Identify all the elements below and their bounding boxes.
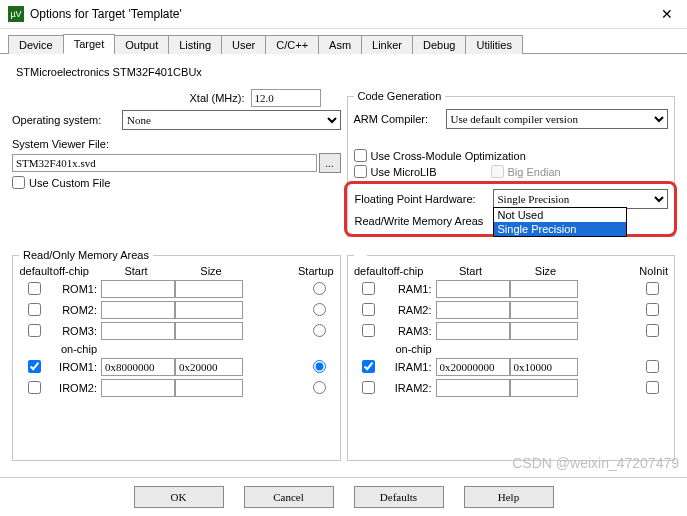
mem-default-check[interactable] bbox=[362, 360, 375, 373]
tab-device[interactable]: Device bbox=[8, 35, 64, 54]
microlib-check[interactable] bbox=[354, 165, 367, 178]
mem-start-input[interactable] bbox=[101, 358, 175, 376]
mem-name: IRAM1: bbox=[388, 361, 436, 373]
tab-linker[interactable]: Linker bbox=[361, 35, 413, 54]
mem-start-input[interactable] bbox=[101, 280, 175, 298]
mem-name: IROM1: bbox=[53, 361, 101, 373]
codegen-group: Code Generation ARM Compiler: Use defaul… bbox=[347, 90, 676, 237]
mem-start-input[interactable] bbox=[436, 280, 510, 298]
mem-noinit-check[interactable] bbox=[646, 360, 659, 373]
mem-name: ROM2: bbox=[53, 304, 101, 316]
rw-hdr-noinit: NoInit bbox=[582, 265, 669, 277]
tab-listing[interactable]: Listing bbox=[168, 35, 222, 54]
fph-dropdown-list[interactable]: Not Used Single Precision bbox=[493, 207, 627, 237]
mem-size-input[interactable] bbox=[175, 301, 243, 319]
mem-startup-radio[interactable] bbox=[313, 381, 326, 394]
mem-name: IROM2: bbox=[53, 382, 101, 394]
mem-default-check[interactable] bbox=[28, 360, 41, 373]
mem-default-check[interactable] bbox=[362, 303, 375, 316]
mem-size-input[interactable] bbox=[175, 322, 243, 340]
mem-size-input[interactable] bbox=[175, 379, 243, 397]
cancel-button[interactable]: Cancel bbox=[244, 486, 334, 508]
mem-startup-radio[interactable] bbox=[313, 303, 326, 316]
app-icon: µV bbox=[8, 6, 24, 22]
bigendian-check bbox=[491, 165, 504, 178]
mem-default-check[interactable] bbox=[28, 303, 41, 316]
mem-name: ROM1: bbox=[53, 283, 101, 295]
mem-row: ROM1: bbox=[19, 280, 334, 298]
mem-default-check[interactable] bbox=[362, 324, 375, 337]
use-custom-file-label: Use Custom File bbox=[29, 177, 110, 189]
mem-name: IRAM2: bbox=[388, 382, 436, 394]
rw-hdr-offchip: off-chip bbox=[388, 265, 432, 277]
mem-size-input[interactable] bbox=[510, 358, 578, 376]
mem-name: RAM1: bbox=[388, 283, 436, 295]
ro-hdr-onchip: on-chip bbox=[53, 343, 101, 355]
cross-module-check[interactable] bbox=[354, 149, 367, 162]
tab-debug[interactable]: Debug bbox=[412, 35, 466, 54]
fph-highlight: Floating Point Hardware: Single Precisio… bbox=[344, 181, 678, 237]
mem-noinit-check[interactable] bbox=[646, 282, 659, 295]
mem-start-input[interactable] bbox=[101, 379, 175, 397]
tab-target[interactable]: Target bbox=[63, 34, 116, 54]
sv-file-label: System Viewer File: bbox=[12, 138, 109, 150]
mem-size-input[interactable] bbox=[510, 379, 578, 397]
use-custom-file-check[interactable] bbox=[12, 176, 25, 189]
options-dialog: µV Options for Target 'Template' ✕ Devic… bbox=[0, 0, 687, 516]
os-select[interactable]: None bbox=[122, 110, 341, 130]
arm-compiler-select[interactable]: Use default compiler version bbox=[446, 109, 669, 129]
help-button[interactable]: Help bbox=[464, 486, 554, 508]
mem-start-input[interactable] bbox=[436, 322, 510, 340]
mem-startup-radio[interactable] bbox=[313, 282, 326, 295]
tab-utilities[interactable]: Utilities bbox=[465, 35, 522, 54]
close-icon[interactable]: ✕ bbox=[655, 6, 679, 22]
tab-asm[interactable]: Asm bbox=[318, 35, 362, 54]
rw-legend-overlay: Read/Write Memory Areas bbox=[355, 215, 484, 227]
mem-start-input[interactable] bbox=[101, 322, 175, 340]
tabstrip: DeviceTargetOutputListingUserC/C++AsmLin… bbox=[0, 29, 687, 54]
mem-row: RAM3: bbox=[354, 322, 669, 340]
mem-noinit-check[interactable] bbox=[646, 324, 659, 337]
mem-name: ROM3: bbox=[53, 325, 101, 337]
tab-output[interactable]: Output bbox=[114, 35, 169, 54]
fph-option-single-precision[interactable]: Single Precision bbox=[494, 222, 626, 236]
mem-size-input[interactable] bbox=[510, 322, 578, 340]
os-label: Operating system: bbox=[12, 114, 122, 126]
mem-size-input[interactable] bbox=[510, 301, 578, 319]
microlib-label: Use MicroLIB bbox=[371, 166, 491, 178]
rw-hdr-start: Start bbox=[432, 265, 510, 277]
ro-group: Read/Only Memory Areas default off-chip … bbox=[12, 249, 341, 461]
mem-default-check[interactable] bbox=[362, 381, 375, 394]
defaults-button[interactable]: Defaults bbox=[354, 486, 444, 508]
tab-user[interactable]: User bbox=[221, 35, 266, 54]
tab-cc[interactable]: C/C++ bbox=[265, 35, 319, 54]
mem-default-check[interactable] bbox=[362, 282, 375, 295]
mem-start-input[interactable] bbox=[436, 379, 510, 397]
sv-file-input[interactable] bbox=[12, 154, 317, 172]
mem-size-input[interactable] bbox=[175, 280, 243, 298]
mem-row: ROM3: bbox=[19, 322, 334, 340]
ok-button[interactable]: OK bbox=[134, 486, 224, 508]
mem-startup-radio[interactable] bbox=[313, 360, 326, 373]
mem-default-check[interactable] bbox=[28, 324, 41, 337]
mem-startup-radio[interactable] bbox=[313, 324, 326, 337]
ro-hdr-offchip: off-chip bbox=[53, 265, 97, 277]
bigendian-label: Big Endian bbox=[508, 166, 561, 178]
fph-select[interactable]: Single Precision bbox=[493, 189, 669, 209]
cross-module-label: Use Cross-Module Optimization bbox=[371, 150, 526, 162]
mem-row: RAM2: bbox=[354, 301, 669, 319]
mem-default-check[interactable] bbox=[28, 381, 41, 394]
mem-noinit-check[interactable] bbox=[646, 381, 659, 394]
ro-hdr-start: Start bbox=[97, 265, 175, 277]
mem-noinit-check[interactable] bbox=[646, 303, 659, 316]
fph-option-not-used[interactable]: Not Used bbox=[494, 208, 626, 222]
mem-start-input[interactable] bbox=[436, 301, 510, 319]
xtal-input[interactable] bbox=[251, 89, 321, 107]
mem-size-input[interactable] bbox=[510, 280, 578, 298]
mem-start-input[interactable] bbox=[101, 301, 175, 319]
mem-start-input[interactable] bbox=[436, 358, 510, 376]
mem-default-check[interactable] bbox=[28, 282, 41, 295]
sv-browse-button[interactable]: ... bbox=[319, 153, 341, 173]
titlebar: µV Options for Target 'Template' ✕ bbox=[0, 0, 687, 29]
mem-size-input[interactable] bbox=[175, 358, 243, 376]
